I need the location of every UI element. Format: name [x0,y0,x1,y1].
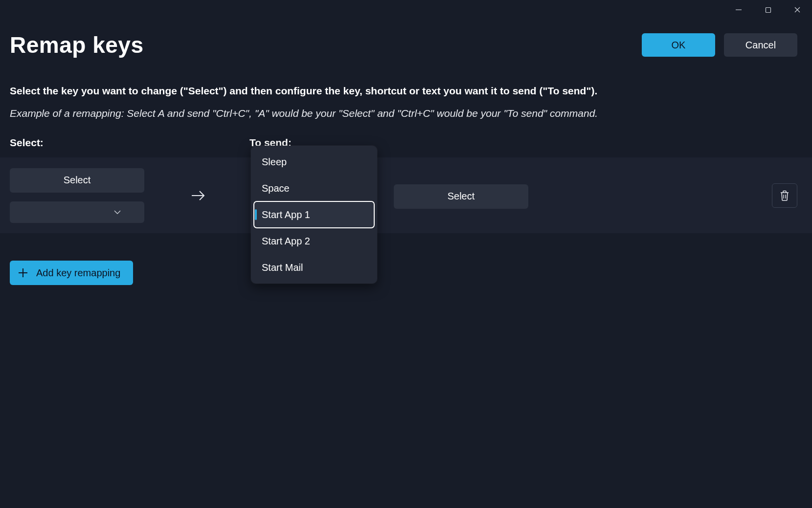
ok-button[interactable]: OK [642,33,715,57]
select-key-dropdown[interactable] [10,201,144,223]
header: Remap keys OK Cancel [10,32,797,58]
select-block: Select [10,168,147,223]
dropdown-option-label: Sleep [262,156,287,168]
dropdown-option[interactable]: Sleep [254,149,374,175]
page-title: Remap keys [10,32,144,58]
tosend-select-button[interactable]: Select [394,184,528,209]
minimize-icon [735,6,742,13]
key-dropdown-popup: Sleep Space Start App 1 Start App 2 Star… [251,146,377,284]
add-key-remapping-label: Add key remapping [36,267,120,279]
dropdown-option-label: Start App 2 [262,236,310,247]
close-icon [794,6,801,13]
intro-main: Select the key you want to change ("Sele… [10,83,797,99]
dropdown-option-selected[interactable]: Start App 1 [254,201,374,228]
add-row: Add key remapping [10,261,133,285]
cancel-button[interactable]: Cancel [724,33,797,57]
intro-text: Select the key you want to change ("Sele… [10,83,797,121]
select-column-header: Select: [10,137,249,149]
dropdown-option-label: Start App 1 [262,209,310,221]
maximize-icon [765,7,771,13]
intro-example: Example of a remapping: Select A and sen… [10,106,797,121]
delete-cell [772,183,797,208]
arrow-right-icon [191,190,205,201]
add-key-remapping-button[interactable]: Add key remapping [10,261,133,285]
close-button[interactable] [783,0,812,20]
dropdown-option[interactable]: Start App 2 [254,228,374,254]
arrow-cell [147,190,257,201]
tosend-select-label: Select [448,191,475,202]
dropdown-option-label: Space [262,183,290,194]
maximize-button[interactable] [753,0,783,20]
cancel-button-label: Cancel [745,40,776,51]
select-key-label: Select [64,175,91,186]
select-key-button[interactable]: Select [10,168,144,193]
dropdown-option-label: Start Mail [262,262,303,273]
trash-icon [779,190,790,201]
header-actions: OK Cancel [642,33,797,57]
remap-keys-window: Remap keys OK Cancel Select the key you … [0,0,812,508]
remap-row: Select Select [0,157,812,233]
dropdown-option[interactable]: Space [254,175,374,201]
delete-remapping-button[interactable] [772,183,797,208]
window-titlebar [724,0,812,20]
minimize-button[interactable] [724,0,753,20]
chevron-down-icon [114,208,121,217]
plus-icon [18,267,28,278]
svg-rect-1 [766,7,770,12]
dropdown-option[interactable]: Start Mail [254,254,374,281]
ok-button-label: OK [672,40,686,51]
tosend-select-block: Select [394,182,531,209]
column-headers: Select: To send: [10,137,802,149]
